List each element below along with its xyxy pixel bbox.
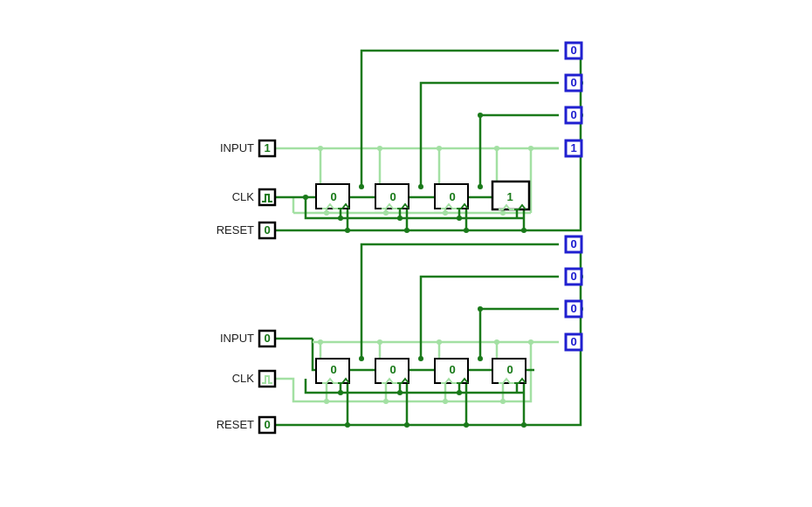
svg-point-40 — [437, 339, 442, 345]
svg-point-2 — [437, 146, 442, 151]
flipflop-1[interactable]: 0 — [316, 359, 349, 383]
flipflop-3[interactable]: 0 — [435, 359, 468, 383]
svg-point-13 — [345, 228, 350, 233]
clk-pin[interactable] — [259, 189, 275, 205]
svg-point-48 — [464, 422, 469, 428]
ff3-value: 0 — [449, 190, 455, 203]
output-2[interactable]: 0 — [566, 269, 581, 284]
svg-point-6 — [443, 210, 448, 216]
svg-point-8 — [528, 146, 533, 151]
input-label: INPUT — [220, 141, 254, 154]
svg-point-55 — [478, 306, 483, 312]
output-3-value: 0 — [570, 108, 576, 121]
output-4-value: 1 — [570, 141, 576, 154]
svg-point-52 — [359, 356, 364, 361]
output-2[interactable]: 0 — [566, 75, 581, 91]
output-3[interactable]: 0 — [566, 107, 581, 123]
svg-point-19 — [478, 184, 483, 189]
reset-pin[interactable]: 0 — [259, 417, 275, 433]
svg-point-16 — [521, 228, 526, 233]
svg-point-38 — [318, 339, 323, 345]
clk-label: CLK — [232, 372, 255, 385]
output-4-value: 0 — [570, 335, 576, 348]
svg-point-10 — [338, 216, 343, 221]
svg-point-12 — [457, 216, 462, 221]
clk-label: CLK — [232, 190, 255, 203]
svg-point-3 — [494, 146, 499, 151]
clk-pin[interactable] — [259, 371, 275, 387]
svg-point-39 — [377, 339, 382, 345]
output-2-value: 0 — [570, 270, 576, 283]
output-2-value: 0 — [570, 76, 576, 89]
output-4[interactable]: 1 — [566, 140, 581, 156]
svg-point-42 — [528, 339, 533, 345]
reset-value: 0 — [264, 223, 270, 236]
flipflop-3[interactable]: 0 — [435, 184, 468, 209]
svg-point-5 — [383, 210, 389, 216]
output-1[interactable]: 0 — [566, 236, 581, 252]
svg-point-15 — [464, 228, 469, 233]
svg-point-43 — [338, 390, 343, 395]
svg-point-7 — [500, 210, 506, 216]
reset-value: 0 — [264, 418, 270, 431]
flipflop-4[interactable]: 0 — [492, 359, 526, 383]
input-label: INPUT — [220, 332, 254, 345]
svg-point-54 — [478, 356, 483, 361]
svg-point-4 — [324, 210, 329, 216]
output-1-value: 0 — [570, 237, 576, 250]
svg-point-34 — [324, 399, 329, 404]
flipflop-2[interactable]: 0 — [375, 184, 409, 209]
svg-rect-28 — [259, 189, 275, 205]
svg-point-18 — [418, 184, 423, 189]
svg-point-35 — [383, 399, 389, 404]
svg-point-14 — [404, 228, 409, 233]
ff2-value: 0 — [389, 190, 396, 203]
flipflop-4[interactable]: 1 — [492, 182, 529, 209]
reset-label: RESET — [217, 418, 254, 431]
output-3[interactable]: 0 — [566, 301, 581, 317]
svg-point-47 — [404, 422, 409, 428]
svg-point-20 — [478, 113, 483, 118]
ff1-value: 0 — [330, 190, 336, 203]
svg-point-9 — [303, 195, 308, 200]
ff3-value: 0 — [449, 363, 455, 376]
ff2-value: 0 — [389, 363, 396, 376]
svg-point-1 — [377, 146, 382, 151]
svg-point-17 — [359, 184, 364, 189]
output-4[interactable]: 0 — [566, 334, 581, 350]
reset-pin[interactable]: 0 — [259, 223, 275, 238]
svg-rect-61 — [259, 371, 275, 387]
svg-point-11 — [397, 216, 403, 221]
svg-point-49 — [521, 422, 526, 428]
input-pin[interactable]: 1 — [259, 140, 275, 156]
flipflop-2[interactable]: 0 — [375, 359, 409, 383]
input-value: 0 — [264, 332, 270, 345]
ff4-value: 0 — [506, 363, 513, 376]
reset-label: RESET — [217, 223, 254, 236]
input-value: 1 — [264, 141, 270, 154]
svg-point-46 — [345, 422, 350, 428]
svg-point-0 — [318, 146, 323, 151]
svg-point-41 — [494, 339, 499, 345]
ff4-value: 1 — [506, 190, 513, 203]
ff1-value: 0 — [330, 363, 336, 376]
svg-point-44 — [397, 390, 403, 395]
svg-point-45 — [457, 390, 462, 395]
svg-point-37 — [500, 399, 506, 404]
input-pin[interactable]: 0 — [259, 331, 275, 346]
output-1[interactable]: 0 — [566, 43, 581, 58]
svg-point-36 — [443, 399, 448, 404]
output-3-value: 0 — [570, 302, 576, 315]
output-1-value: 0 — [570, 44, 576, 57]
circuit-2: 0 0 0 0 INPUT 0 CLK RESET 0 0 0 0 0 — [217, 236, 583, 433]
circuit-1: 0 0 0 1 INPUT 1 CLK RESET 0 0 0 0 1 — [217, 43, 583, 238]
flipflop-1[interactable]: 0 — [316, 184, 349, 209]
svg-point-53 — [418, 356, 423, 361]
